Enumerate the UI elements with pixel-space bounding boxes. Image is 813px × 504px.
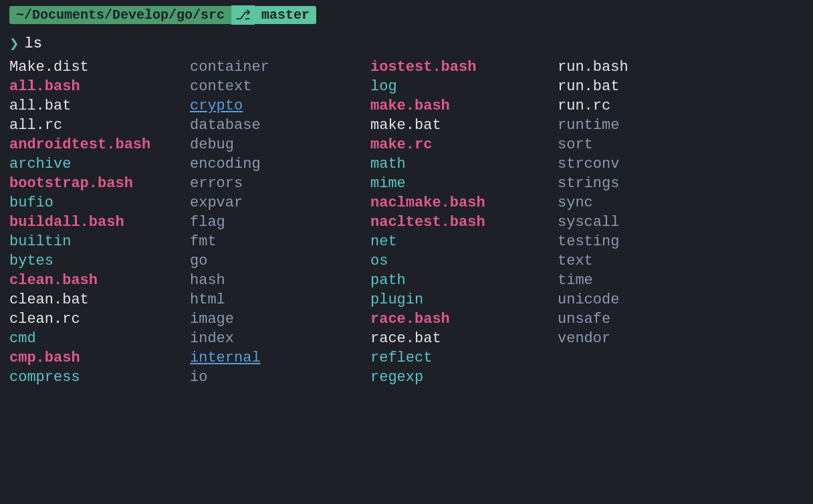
list-item: testing [558,232,745,251]
list-item: clean.rc [9,309,190,329]
list-item: unsafe [558,309,745,329]
list-item: container [190,57,370,77]
list-item: log [370,77,558,96]
prompt-line: ❯ ls [0,30,813,55]
list-item: bufio [9,193,190,213]
list-item: debug [190,135,370,154]
list-item: errors [190,174,370,193]
list-item: path [370,271,558,290]
list-item: make.bash [370,96,558,116]
prompt-arrow: ❯ [9,34,19,53]
list-item: flag [190,213,370,232]
list-item: all.rc [9,116,190,135]
list-item: plugin [370,290,558,309]
list-item: nacltest.bash [370,213,558,232]
list-item: net [370,232,558,251]
list-item: builtin [9,232,190,251]
list-item: encoding [190,154,370,174]
list-item: run.rc [558,96,745,116]
list-item: os [370,251,558,271]
list-item: strconv [558,154,745,174]
list-item: strings [558,174,745,193]
list-item: make.rc [370,135,558,154]
list-item: syscall [558,213,745,232]
list-item: hash [190,271,370,290]
list-item: all.bash [9,77,190,96]
list-item: internal [190,348,370,368]
list-item: cmd [9,329,190,348]
list-item: run.bash [558,57,745,77]
list-item: buildall.bash [9,213,190,232]
list-item: run.bat [558,77,745,96]
list-item: context [190,77,370,96]
terminal-window: ~/Documents/Develop/go/src ⎇ master ❯ ls… [0,0,813,504]
path-segment: ~/Documents/Develop/go/src [9,6,231,24]
list-item: reflect [370,348,558,368]
list-item: fmt [190,232,370,251]
list-item: Make.dist [9,57,190,77]
list-item: race.bash [370,309,558,329]
list-item: index [190,329,370,348]
list-item: sort [558,135,745,154]
list-item: bytes [9,251,190,271]
list-item: iostest.bash [370,57,558,77]
list-item: runtime [558,116,745,135]
list-item: vendor [558,329,745,348]
list-item [558,348,745,368]
list-item: all.bat [9,96,190,116]
list-item: sync [558,193,745,213]
branch-icon: ⎇ [231,5,255,25]
list-item: naclmake.bash [370,193,558,213]
list-item: text [558,251,745,271]
list-item: regexp [370,368,558,387]
list-item: time [558,271,745,290]
list-item: clean.bat [9,290,190,309]
list-item: make.bat [370,116,558,135]
file-listing: Make.distcontaineriostest.bashrun.bashal… [0,55,813,390]
list-item: cmp.bash [9,348,190,368]
list-item: html [190,290,370,309]
list-item: crypto [190,96,370,116]
list-item: math [370,154,558,174]
list-item [558,368,745,387]
list-item: mime [370,174,558,193]
command-text: ls [24,35,41,52]
list-item: expvar [190,193,370,213]
list-item: clean.bash [9,271,190,290]
list-item: io [190,368,370,387]
list-item: compress [9,368,190,387]
list-item: go [190,251,370,271]
list-item: database [190,116,370,135]
branch-name: master [255,6,316,24]
list-item: image [190,309,370,329]
title-bar: ~/Documents/Develop/go/src ⎇ master [0,0,813,30]
list-item: unicode [558,290,745,309]
list-item: race.bat [370,329,558,348]
list-item: androidtest.bash [9,135,190,154]
list-item: bootstrap.bash [9,174,190,193]
list-item: archive [9,154,190,174]
